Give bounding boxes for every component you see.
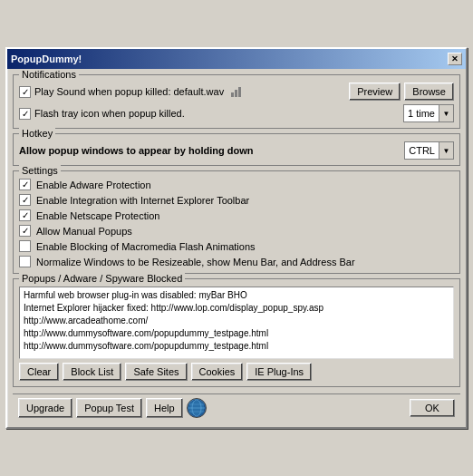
close-button[interactable]: ✕ (448, 53, 462, 65)
settings-item-label-5: Normalize Windows to be Resizeable, show… (36, 257, 355, 267)
settings-label: Settings (19, 165, 61, 176)
log-line: Internet Explorer hijacker fixed: http:/… (24, 302, 449, 315)
bottom-left-buttons: Upgrade Popup Test Help (18, 398, 207, 418)
log-group: Popups / Adware / Spyware Blocked Harmfu… (13, 278, 460, 387)
flash-tray-label: Flash tray icon when popup killed. (34, 108, 185, 119)
hotkey-dropdown-arrow[interactable]: ▼ (439, 142, 453, 159)
hotkey-group: Hotkey Allow popup windows to appear by … (13, 133, 460, 166)
settings-item: Enable Netscape Protection (19, 209, 454, 221)
flash-tray-row: Flash tray icon when popup killed. 1 tim… (19, 104, 454, 122)
settings-checkbox-5[interactable] (19, 256, 31, 267)
times-value: 1 time (404, 106, 439, 121)
window-content: Notifications Play Sound when popup kill… (7, 69, 466, 427)
block-list-button[interactable]: Block List (63, 363, 121, 381)
settings-item-label-2: Enable Netscape Protection (36, 210, 159, 221)
log-line: http://www.arcadeathome.com/ (24, 315, 449, 327)
bottom-bar: Upgrade Popup Test Help OK (13, 393, 460, 422)
help-button[interactable]: Help (146, 398, 183, 418)
hotkey-value: CTRL (405, 143, 439, 158)
play-sound-checkbox[interactable] (19, 86, 31, 98)
notifications-label: Notifications (19, 69, 79, 80)
globe-icon (187, 398, 207, 418)
hotkey-label: Hotkey (19, 128, 55, 139)
ie-plugins-button[interactable]: IE Plug-Ins (246, 363, 312, 381)
title-bar-controls: ✕ (448, 53, 462, 65)
settings-checkbox-4[interactable] (19, 240, 31, 252)
sound-icon (231, 87, 241, 97)
hotkey-select[interactable]: CTRL ▼ (404, 141, 454, 160)
settings-group: Settings Enable Adware ProtectionEnable … (13, 170, 460, 274)
hotkey-row: Allow popup windows to appear by holding… (19, 141, 454, 160)
settings-checkbox-1[interactable] (19, 194, 31, 206)
play-sound-label: Play Sound when popup killed: default.wa… (34, 86, 224, 97)
main-window: PopupDummy! ✕ Notifications Play Sound w… (5, 47, 468, 429)
safe-sites-button[interactable]: Safe Sites (125, 363, 187, 381)
settings-item-label-0: Enable Adware Protection (36, 180, 151, 190)
settings-checkbox-0[interactable] (19, 179, 31, 190)
log-label: Popups / Adware / Spyware Blocked (19, 273, 185, 284)
settings-item: Enable Integration with Internet Explore… (19, 194, 454, 206)
notifications-group: Notifications Play Sound when popup kill… (13, 74, 460, 129)
settings-item: Allow Manual Popups (19, 225, 454, 237)
clear-button[interactable]: Clear (19, 363, 59, 381)
browse-button[interactable]: Browse (404, 83, 454, 101)
log-line: http://www.dummysoftware.com/popupdummy_… (24, 327, 449, 340)
hotkey-text: Allow popup windows to appear by holding… (19, 145, 253, 156)
log-line: Harmful web browser plug-in was disabled… (24, 289, 449, 302)
globe-svg (188, 399, 206, 417)
notifications-content: Play Sound when popup killed: default.wa… (19, 83, 454, 122)
settings-checkbox-3[interactable] (19, 225, 31, 237)
settings-item-label-4: Enable Blocking of Macromedia Flash Anim… (36, 241, 256, 252)
upgrade-button[interactable]: Upgrade (18, 398, 72, 418)
log-button-row: Clear Block List Safe Sites Cookies IE P… (19, 363, 454, 381)
settings-item: Enable Blocking of Macromedia Flash Anim… (19, 240, 454, 252)
log-textarea: Harmful web browser plug-in was disabled… (19, 287, 454, 359)
ok-button[interactable]: OK (410, 399, 455, 417)
preview-button[interactable]: Preview (349, 83, 401, 101)
settings-checkbox-2[interactable] (19, 209, 31, 221)
popup-test-button[interactable]: Popup Test (76, 398, 142, 418)
flash-tray-checkbox[interactable] (19, 108, 31, 120)
settings-item: Normalize Windows to be Resizeable, show… (19, 256, 454, 267)
log-line: http://www.dummysoftware.com/popupdummy_… (24, 340, 449, 353)
settings-item-label-3: Allow Manual Popups (36, 226, 132, 237)
window-title: PopupDummy! (11, 53, 82, 64)
title-bar: PopupDummy! ✕ (7, 49, 466, 69)
settings-item: Enable Adware Protection (19, 179, 454, 190)
settings-item-label-1: Enable Integration with Internet Explore… (36, 195, 249, 206)
play-sound-row: Play Sound when popup killed: default.wa… (19, 83, 454, 101)
times-dropdown-arrow[interactable]: ▼ (439, 105, 453, 121)
cookies-button[interactable]: Cookies (191, 363, 244, 381)
times-select[interactable]: 1 time ▼ (403, 104, 454, 122)
settings-content: Enable Adware ProtectionEnable Integrati… (19, 179, 454, 267)
